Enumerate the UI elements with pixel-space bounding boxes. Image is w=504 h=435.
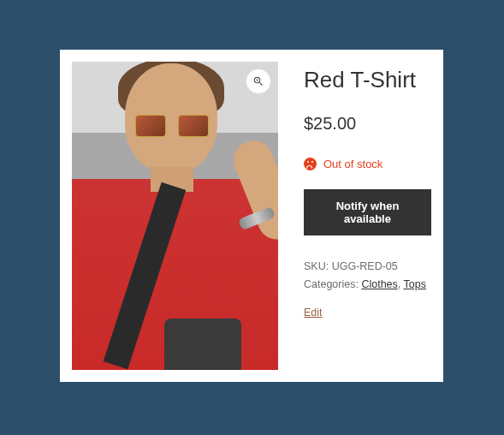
product-title: Red T-Shirt [304, 67, 431, 93]
sad-face-icon [304, 158, 317, 170]
product-meta: SKU: UGG-RED-05 Categories: Clothes, Top… [304, 258, 431, 295]
categories-row: Categories: Clothes, Tops [304, 276, 431, 294]
zoom-icon[interactable] [246, 69, 271, 94]
stock-status: Out of stock [304, 158, 431, 170]
product-card: Red T-Shirt $25.00 Out of stock Notify w… [60, 50, 443, 382]
product-image[interactable] [72, 62, 278, 370]
categories-label: Categories: [304, 278, 359, 290]
category-link-clothes[interactable]: Clothes [361, 278, 397, 290]
notify-button[interactable]: Notify when available [304, 189, 431, 235]
product-image-container [72, 62, 278, 370]
category-link-tops[interactable]: Tops [404, 278, 426, 290]
edit-link[interactable]: Edit [304, 307, 323, 319]
sku-label: SKU: [304, 260, 329, 272]
product-price: $25.00 [304, 114, 431, 134]
product-details: Red T-Shirt $25.00 Out of stock Notify w… [304, 62, 431, 370]
sku-value: UGG-RED-05 [332, 260, 398, 272]
stock-status-text: Out of stock [323, 158, 382, 170]
sku-row: SKU: UGG-RED-05 [304, 258, 431, 276]
